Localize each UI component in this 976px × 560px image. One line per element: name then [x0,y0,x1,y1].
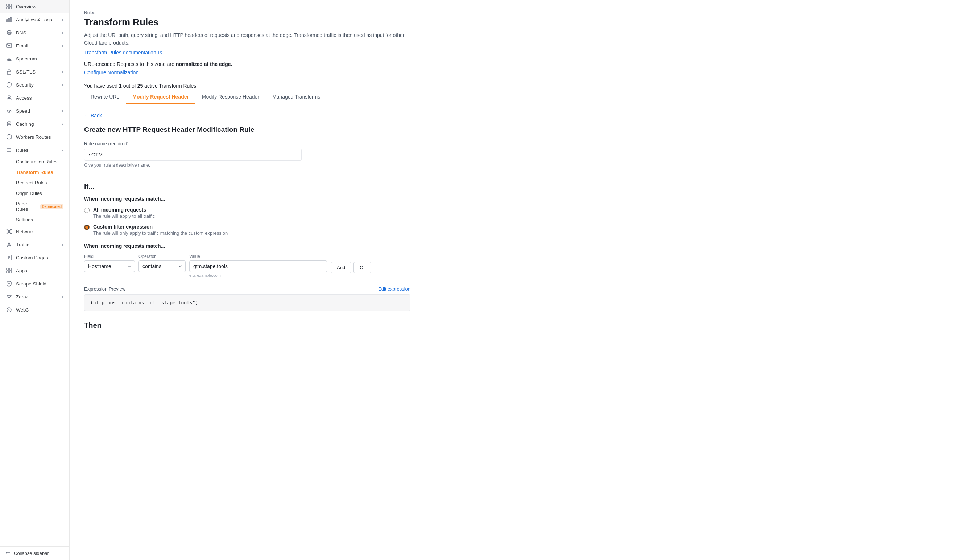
tab-managed-transforms[interactable]: Managed Transforms [266,90,327,104]
value-label: Value [189,254,327,259]
sidebar-item-label: Zaraz [16,294,28,300]
svg-rect-34 [7,268,9,270]
sidebar-item-apps[interactable]: Apps [0,264,69,277]
usage-info: You have used 1 out of 25 active Transfo… [84,83,961,89]
speed-icon [6,108,12,114]
bar-chart-icon [6,16,12,23]
sidebar-item-rules[interactable]: Rules ▴ [0,143,69,157]
page-description: Adjust the URI path, query string, and H… [84,32,410,47]
svg-rect-3 [9,7,12,9]
sidebar-sub-item-redirect-rules[interactable]: Redirect Rules [0,177,69,188]
tab-modify-response-header[interactable]: Modify Response Header [196,90,266,104]
sidebar-item-caching[interactable]: Caching ▾ [0,117,69,130]
sidebar-item-scrape-shield[interactable]: Scrape Shield [0,277,69,290]
web3-icon [6,307,12,313]
chevron-icon: ▾ [62,31,64,35]
chevron-icon: ▴ [62,148,64,152]
sidebar-item-speed[interactable]: Speed ▾ [0,104,69,117]
sidebar-sub-item-settings[interactable]: Settings [0,215,69,225]
svg-line-28 [9,232,10,233]
shield-icon [6,82,12,88]
sidebar-item-access[interactable]: Access [0,91,69,104]
sidebar-item-label: Analytics & Logs [16,17,52,22]
svg-point-21 [7,229,8,230]
svg-rect-6 [10,17,11,22]
access-icon [6,95,12,101]
sidebar-item-workers-routes[interactable]: Workers Routes [0,130,69,143]
sidebar-item-label: Traffic [16,242,29,247]
collapse-icon [6,550,11,557]
sidebar-item-label: Overview [16,4,36,9]
sidebar-item-label: Web3 [16,307,28,313]
operator-select[interactable]: contains [139,260,186,272]
collapse-sidebar-button[interactable]: Collapse sidebar [0,546,69,560]
sidebar-item-label: Email [16,43,28,48]
traffic-icon [6,241,12,248]
radio-all-input[interactable] [84,208,90,213]
tab-rewrite-url[interactable]: Rewrite URL [84,90,126,104]
sidebar-item-spectrum[interactable]: Spectrum [0,52,69,65]
filter-hint: e.g. example.com [189,273,327,277]
back-link[interactable]: ← Back [84,113,102,118]
configure-normalization-link[interactable]: Configure Normalization [84,69,139,77]
sidebar-item-dns[interactable]: DNS ▾ [0,26,69,39]
radio-all-label: All incoming requests [93,207,155,213]
overview-icon [6,3,12,10]
sidebar: Overview Analytics & Logs ▾ DNS ▾ Email … [0,0,70,560]
zaraz-icon [6,293,12,300]
sidebar-item-label: Custom Pages [16,255,48,260]
page-title: Transform Rules [84,17,961,28]
sidebar-item-traffic[interactable]: Traffic ▾ [0,238,69,251]
spectrum-icon [6,55,12,62]
or-button[interactable]: Or [353,262,371,273]
workers-icon [6,134,12,140]
then-label: Then [84,321,961,330]
svg-line-25 [8,230,9,231]
sidebar-item-label: Spectrum [16,56,37,62]
radio-all-incoming[interactable]: All incoming requests The rule will appl… [84,207,961,219]
sidebar-item-label: Network [16,229,34,234]
radio-custom-input[interactable] [84,225,90,230]
svg-point-20 [8,231,10,232]
lock-icon [6,68,12,75]
expression-preview-box: (http.host contains "gtm.stape.tools") [84,295,410,311]
svg-line-27 [8,232,9,233]
normalization-bar: URL-encoded Requests to this zone are no… [84,60,961,77]
svg-rect-0 [7,4,9,6]
collapse-sidebar-label: Collapse sidebar [14,551,49,556]
field-select[interactable]: Hostname [84,260,135,272]
rule-name-input[interactable] [84,148,302,161]
expression-preview-code: (http.host contains "gtm.stape.tools") [90,300,198,305]
doc-link[interactable]: Transform Rules documentation [84,50,162,55]
svg-point-23 [7,233,8,234]
sidebar-item-ssl-tls[interactable]: SSL/TLS ▾ [0,65,69,78]
filter-value-input[interactable] [189,260,327,272]
and-button[interactable]: And [331,262,351,273]
sidebar-sub-item-page-rules[interactable]: Page Rules Deprecated [0,198,69,215]
sidebar-item-email[interactable]: Email ▾ [0,39,69,52]
radio-custom-desc: The rule will only apply to traffic matc… [93,230,228,236]
chevron-icon: ▾ [62,122,64,126]
sidebar-sub-item-configuration-rules[interactable]: Configuration Rules [0,157,69,167]
sidebar-item-security[interactable]: Security ▾ [0,78,69,91]
external-link-icon [158,50,162,55]
svg-point-14 [9,112,9,113]
sidebar-item-zaraz[interactable]: Zaraz ▾ [0,290,69,303]
sidebar-sub-item-transform-rules[interactable]: Transform Rules [0,167,69,177]
section-title: Create new HTTP Request Header Modificat… [84,126,961,134]
sidebar-item-overview[interactable]: Overview [0,0,69,13]
sidebar-item-custom-pages[interactable]: Custom Pages [0,251,69,264]
svg-rect-2 [7,7,9,9]
sidebar-item-network[interactable]: Network [0,225,69,238]
sidebar-item-web3[interactable]: Web3 [0,303,69,316]
svg-point-15 [7,122,11,123]
rules-icon [6,147,12,153]
sidebar-sub-item-origin-rules[interactable]: Origin Rules [0,188,69,198]
sidebar-item-analytics-logs[interactable]: Analytics & Logs ▾ [0,13,69,26]
svg-point-12 [8,96,10,98]
edit-expression-link[interactable]: Edit expression [378,286,410,292]
tab-modify-request-header[interactable]: Modify Request Header [126,90,196,104]
network-icon [6,228,12,235]
sidebar-item-label: Speed [16,108,30,114]
radio-custom-filter[interactable]: Custom filter expression The rule will o… [84,224,961,236]
